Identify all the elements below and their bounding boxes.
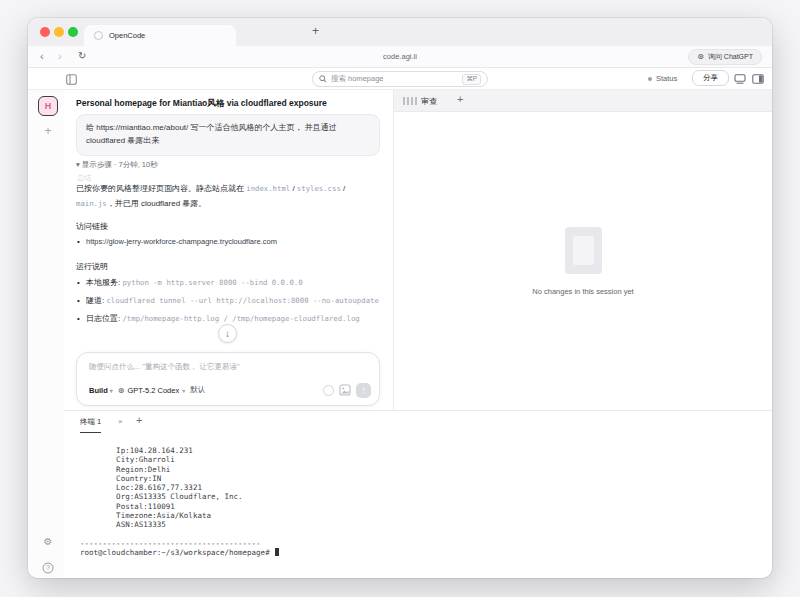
summary-text: 已按你要的风格整理好页面内容。静态站点就在 [76,184,246,193]
mode-label: Build [89,386,108,395]
terminal-tabbar: 终端 1 × + [64,411,772,435]
new-browser-tab-button[interactable]: + [306,22,325,40]
run-item-command: /tmp/homepage-http.log [122,314,219,323]
desktop-icon[interactable] [734,74,746,84]
ask-chatgpt-label: 询问 ChatGPT [708,52,753,62]
status-label: Status [656,74,677,83]
terminal-prompt[interactable]: root@cloudchamber:~/s3/workspace/homepag… [80,548,279,557]
close-window-button[interactable] [40,27,50,37]
chatgpt-logo-icon: ⊛ [697,52,704,61]
search-placeholder: 搜索 homepage [331,74,458,84]
avatar-letter: H [45,101,52,111]
list-item: 隧道: cloudflared tunnel --url http://loca… [76,293,382,308]
scroll-to-bottom-button[interactable]: ↓ [218,324,237,343]
tab-terminal-1[interactable]: 终端 1 [80,417,101,433]
browser-tab-title: OpenCode [109,31,145,40]
session-rail: H + ⚙ ? [28,90,64,578]
voice-record-icon[interactable] [323,385,334,396]
run-item-label: 本地服务: [86,278,122,287]
run-instructions-heading: 运行说明 [76,261,108,272]
user-message: 给 https://miantiao.me/about/ 写一个适合他风格的个人… [76,114,380,156]
search-input[interactable]: 搜索 homepage ⌘P [312,71,488,87]
minimize-window-button[interactable] [54,27,64,37]
settings-gear-icon[interactable]: ⚙ [38,536,58,547]
address-bar[interactable]: code.agi.li [28,52,772,61]
help-icon[interactable]: ? [38,562,58,574]
send-button[interactable]: ↑ [356,383,371,398]
review-empty-state: No changes in this session yet [394,112,772,410]
terminal-cursor [275,548,279,556]
model-label: GPT-5.2 Codex [127,386,179,395]
tunnel-link[interactable]: https://glow-jerry-workforce-champagne.t… [86,237,277,246]
browser-tab-opencode[interactable]: OpenCode [84,25,236,46]
add-terminal-button[interactable]: + [136,414,142,426]
share-button[interactable]: 分享 [692,70,729,86]
status-indicator[interactable]: Status [648,74,677,83]
run-item-command: /tmp/homepage-cloudflared.log [232,314,359,323]
sidebar-toggle-icon[interactable] [66,74,77,85]
run-item-command: cloudflared tunnel --url http://localhos… [106,296,378,305]
zoom-window-button[interactable] [68,27,78,37]
chevron-down-icon: ▾ [182,387,185,394]
tab-review[interactable]: 审查 [421,96,437,107]
review-tabbar: 审查 + [394,90,772,112]
search-shortcut-badge: ⌘P [462,74,481,85]
close-terminal-icon[interactable]: × [118,417,123,426]
composer-placeholder: 随便问点什么... "重构这个函数， 让它更易读" [89,362,240,372]
show-steps-toggle[interactable]: ▾ 显示步骤 · 7分钟, 10秒 [76,160,158,170]
model-selector[interactable]: ⊛ GPT-5.2 Codex ▾ [118,386,185,395]
add-review-tab-button[interactable]: + [457,93,463,105]
links-list: https://glow-jerry-workforce-champagne.t… [76,234,382,249]
assistant-summary: 已按你要的风格整理好页面内容。静态站点就在 index.html / style… [76,181,380,211]
run-item-label: 隧道: [86,296,106,305]
new-session-button[interactable]: + [38,124,58,138]
split-view-icon[interactable] [752,74,764,84]
session-avatar[interactable]: H [38,96,58,116]
list-item: 本地服务: python -m http.server 8000 --bind … [76,275,382,290]
inline-code: main.js [76,199,107,208]
status-dot-icon [648,77,652,81]
run-item-label: 日志位置: [86,314,122,323]
list-item: https://glow-jerry-workforce-champagne.t… [76,234,382,249]
share-label: 分享 [703,73,718,83]
inline-code: index.html [246,184,290,193]
ask-chatgpt-button[interactable]: ⊛ 询问 ChatGPT [688,49,762,65]
chevron-down-icon: ▾ [110,387,113,394]
empty-file-placeholder-icon [565,227,602,274]
summary-text: ，并已用 cloudflared 暴露。 [107,199,207,208]
composer-controls: Build ▾ ⊛ GPT-5.2 Codex ▾ 默认 ↑ [89,382,371,398]
review-empty-text: No changes in this session yet [532,287,633,296]
chat-composer[interactable]: 随便问点什么... "重构这个函数， 让它更易读" Build ▾ ⊛ GPT-… [76,352,380,406]
inline-code: styles.css [297,184,341,193]
app-header: 搜索 homepage ⌘P Status 分享 [28,68,772,90]
browser-toolbar: ‹ › ↻ code.agi.li ⊛ 询问 ChatGPT [28,46,772,68]
run-item-command: python -m http.server 8000 --bind 0.0.0.… [122,278,302,287]
user-message-text: 给 https://miantiao.me/about/ 写一个适合他风格的个人… [86,123,337,145]
profile-selector[interactable]: 默认 [190,385,205,395]
openai-logo-icon: ⊛ [118,386,125,395]
mode-selector[interactable]: Build ▾ [89,386,113,395]
search-icon [319,75,327,83]
conversation-title: Personal homepage for Miantiao风格 via clo… [76,98,382,110]
attach-image-icon[interactable] [339,384,351,396]
diff-bars-icon [403,97,417,105]
run-item-sep: / [219,314,232,323]
opencode-favicon-icon [94,31,103,40]
browser-tabstrip: OpenCode + [28,18,772,46]
links-heading: 访问链接 [76,221,108,232]
summary-sep: / [341,184,345,193]
terminal-prompt-text: root@cloudchamber:~/s3/workspace/homepag… [80,548,274,557]
svg-text:?: ? [46,564,50,571]
summary-sep: / [290,184,297,193]
browser-window: OpenCode + ‹ › ↻ code.agi.li ⊛ 询问 ChatGP… [28,18,772,578]
run-instructions-list: 本地服务: python -m http.server 8000 --bind … [76,275,382,326]
